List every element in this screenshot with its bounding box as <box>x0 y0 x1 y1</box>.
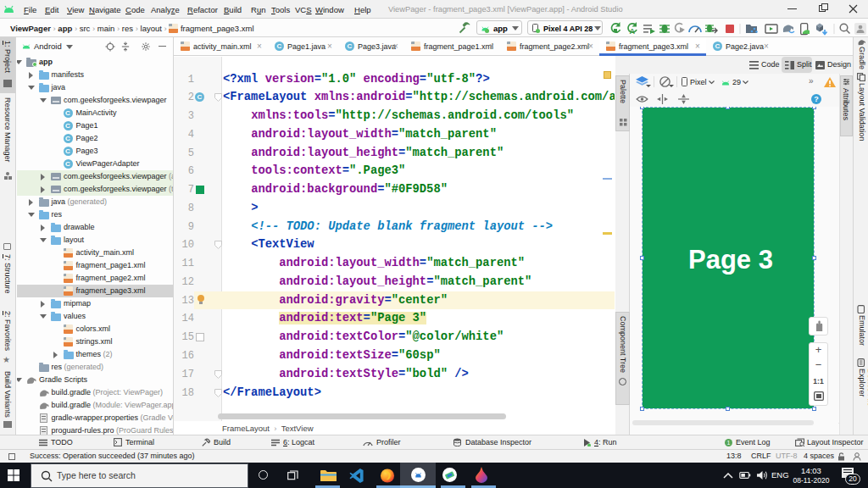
svg-text:A: A <box>630 27 636 36</box>
